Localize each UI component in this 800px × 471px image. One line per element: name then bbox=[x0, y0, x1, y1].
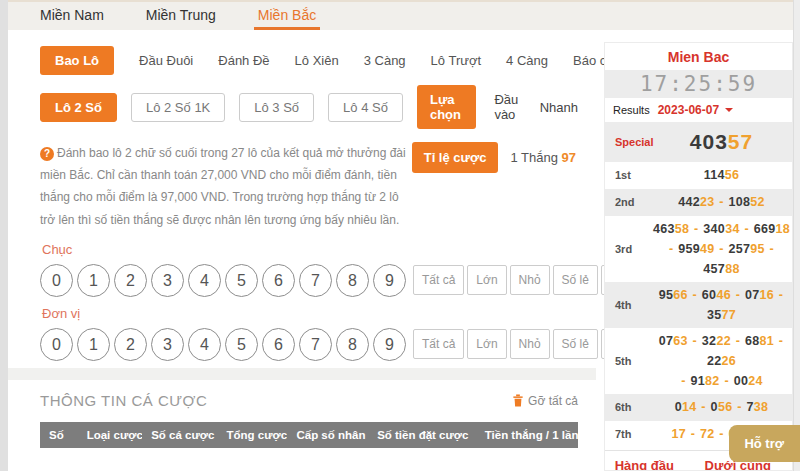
page-scrollbar[interactable] bbox=[793, 0, 800, 471]
top-tab-3[interactable]: Miền Bắc bbox=[254, 2, 320, 30]
prize-numbers: 0763 - 3222 - 6881 - 2226- 9182 - 0024 bbox=[651, 328, 792, 394]
digit-button-2[interactable]: 2 bbox=[114, 328, 147, 361]
support-button[interactable]: Hỗ trợ bbox=[729, 425, 800, 462]
digit-button-9[interactable]: 9 bbox=[373, 328, 406, 361]
chevron-down-icon bbox=[725, 108, 733, 116]
prize-label: 1st bbox=[605, 169, 651, 181]
bet-subtype-chip-1[interactable]: Lô 2 Số bbox=[40, 93, 117, 122]
page-left-strip bbox=[0, 0, 8, 471]
mode-group: Lựa chọnĐầu vàoNhanh bbox=[417, 85, 578, 129]
results-label: Results bbox=[613, 104, 650, 116]
top-tab-2[interactable]: Miền Trung bbox=[142, 2, 220, 30]
bet-subtype-chip-3[interactable]: Lô 3 Số bbox=[239, 93, 314, 122]
digit-button-2[interactable]: 2 bbox=[114, 264, 147, 297]
table-column-header: Số bbox=[40, 429, 78, 441]
filter-button-2[interactable]: Lớn bbox=[467, 265, 506, 295]
filter-button-2[interactable]: Lớn bbox=[467, 329, 506, 359]
prize-numbers: 46358 - 34034 - 66918- 95949 - 25795 - 4… bbox=[651, 216, 792, 282]
digit-button-0[interactable]: 0 bbox=[40, 328, 73, 361]
digit-button-5[interactable]: 5 bbox=[225, 264, 258, 297]
digit-button-6[interactable]: 6 bbox=[262, 264, 295, 297]
prize-row-5th: 5th0763 - 3222 - 6881 - 2226- 9182 - 002… bbox=[605, 328, 792, 394]
bet-subtype-chip-2[interactable]: Lô 2 Số 1K bbox=[131, 93, 225, 122]
odds-button[interactable]: Tỉ lệ cược bbox=[412, 142, 499, 173]
description-row: ?Đánh bao lô 2 chữ số cuối trong 27 lô c… bbox=[30, 133, 588, 233]
digit-button-3[interactable]: 3 bbox=[151, 328, 184, 361]
bet-type-tab-2[interactable]: Đầu Đuôi bbox=[139, 53, 193, 68]
prize-numbers: 11456 bbox=[651, 162, 792, 188]
mode-item-3[interactable]: Nhanh bbox=[540, 100, 578, 115]
digit-picker-1: Chục0123456789Tất cảLớnNhỏSố lẻSố chẵnGỡ bbox=[30, 233, 588, 297]
filter-button-4[interactable]: Số lẻ bbox=[553, 329, 598, 359]
digit-button-0[interactable]: 0 bbox=[40, 264, 73, 297]
filter-button-3[interactable]: Nhỏ bbox=[510, 265, 550, 295]
filter-button-3[interactable]: Nhỏ bbox=[510, 329, 550, 359]
prize-label: 2nd bbox=[605, 196, 651, 208]
digit-button-9[interactable]: 9 bbox=[373, 264, 406, 297]
prize-numbers: 40357 bbox=[651, 122, 792, 162]
bet-subtype-chip-4[interactable]: Lô 4 Số bbox=[328, 93, 403, 122]
betting-panel: Bao LôĐầu ĐuôiĐánh ĐềLô Xiên3 CàngLô Trư… bbox=[30, 42, 588, 368]
bet-type-tab-5[interactable]: 3 Càng bbox=[364, 53, 406, 68]
question-icon: ? bbox=[40, 147, 54, 161]
digit-button-7[interactable]: 7 bbox=[299, 264, 332, 297]
digit-button-5[interactable]: 5 bbox=[225, 328, 258, 361]
digit-button-1[interactable]: 1 bbox=[77, 328, 110, 361]
digit-button-4[interactable]: 4 bbox=[188, 328, 221, 361]
top-tab-1[interactable]: Miền Nam bbox=[36, 2, 108, 30]
mode-item-1[interactable]: Lựa chọn bbox=[417, 85, 476, 129]
digit-button-3[interactable]: 3 bbox=[151, 264, 184, 297]
prize-label: 6th bbox=[605, 401, 651, 413]
table-column-header: Cấp số nhân bbox=[287, 429, 368, 441]
digit-button-8[interactable]: 8 bbox=[336, 328, 369, 361]
bet-description: ?Đánh bao lô 2 chữ số cuối trong 27 lô c… bbox=[40, 142, 412, 231]
filter-button-1[interactable]: Tất cả bbox=[413, 265, 464, 295]
table-column-header: Tổng cược bbox=[218, 429, 288, 441]
results-sidebar: Mien Bac 17:25:59 Results 2023-06-07 Spe… bbox=[604, 42, 793, 471]
prize-label: Special bbox=[605, 136, 651, 148]
bet-info-panel: THÔNG TIN CÁ CƯỢC Gỡ tất cả SốLoại cượcS… bbox=[30, 380, 588, 471]
prize-numbers: 44223 - 10852 bbox=[651, 189, 792, 215]
picker-label: Đơn vị bbox=[42, 306, 578, 321]
results-region-title: Mien Bac bbox=[605, 43, 792, 70]
picker-label: Chục bbox=[42, 242, 578, 257]
prize-row-1st: 1st11456 bbox=[605, 162, 792, 189]
prize-numbers: 014 - 056 - 738 bbox=[651, 394, 792, 420]
digit-button-1[interactable]: 1 bbox=[77, 264, 110, 297]
prize-label: 3rd bbox=[605, 243, 651, 255]
filter-button-1[interactable]: Tất cả bbox=[413, 329, 464, 359]
filter-button-4[interactable]: Số lẻ bbox=[553, 265, 598, 295]
prize-label: 4th bbox=[605, 299, 651, 311]
clear-all-button[interactable]: Gỡ tất cả bbox=[512, 394, 578, 408]
heads-col-header: Hàng đầu bbox=[605, 458, 684, 471]
bet-subtype-row: Lô 2 SốLô 2 Số 1KLô 3 SốLô 4 Số Lựa chọn… bbox=[30, 77, 588, 133]
prize-row-6th: 6th014 - 056 - 738 bbox=[605, 394, 792, 421]
digit-circles: 0123456789 bbox=[40, 264, 410, 297]
trash-icon bbox=[512, 394, 524, 407]
table-column-header: Số cá cược bbox=[142, 429, 217, 441]
bet-type-tab-6[interactable]: Lô Trượt bbox=[431, 53, 481, 68]
bet-type-tab-3[interactable]: Đánh Đề bbox=[218, 53, 269, 68]
digit-button-7[interactable]: 7 bbox=[299, 328, 332, 361]
bet-type-tab-1[interactable]: Bao Lô bbox=[40, 46, 114, 75]
prize-row-special: Special40357 bbox=[605, 122, 792, 162]
bet-type-tab-7[interactable]: 4 Càng bbox=[506, 53, 548, 68]
digit-circles: 0123456789 bbox=[40, 328, 410, 361]
results-date-dropdown[interactable]: 2023-06-07 bbox=[658, 103, 733, 117]
prize-label: 5th bbox=[605, 355, 651, 367]
countdown-clock: 17:25:59 bbox=[605, 70, 792, 98]
digit-button-6[interactable]: 6 bbox=[262, 328, 295, 361]
bet-table-header: SốLoại cượcSố cá cượcTổng cượcCấp số nhâ… bbox=[40, 422, 578, 448]
bet-type-tabs: Bao LôĐầu ĐuôiĐánh ĐềLô Xiên3 CàngLô Trư… bbox=[30, 42, 588, 77]
table-column-header: Số tiền đặt cược bbox=[368, 429, 476, 441]
prize-numbers: 9566 - 6046 - 0716 - 3577 bbox=[651, 282, 792, 328]
digit-button-8[interactable]: 8 bbox=[336, 264, 369, 297]
digit-button-4[interactable]: 4 bbox=[188, 264, 221, 297]
bet-type-tab-4[interactable]: Lô Xiên bbox=[295, 53, 339, 68]
bet-info-title: THÔNG TIN CÁ CƯỢC bbox=[40, 392, 207, 409]
mode-item-2[interactable]: Đầu vào bbox=[494, 92, 521, 122]
region-tab-bar: Miền NamMiền TrungMiền Bắc bbox=[8, 0, 793, 30]
digit-picker-2: Đơn vị0123456789Tất cảLớnNhỏSố lẻSố chẵn… bbox=[30, 297, 588, 361]
prize-row-2nd: 2nd44223 - 10852 bbox=[605, 189, 792, 216]
table-column-header: Loại cược bbox=[78, 429, 143, 441]
